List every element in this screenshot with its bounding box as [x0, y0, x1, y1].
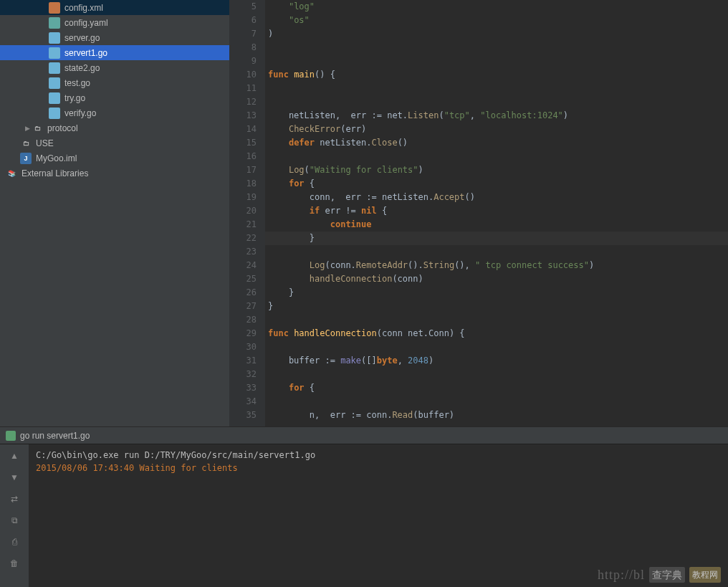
line-number: 21 [229, 218, 257, 232]
run-config-label[interactable]: go run servert1.go [20, 431, 90, 441]
code-line[interactable] [265, 54, 728, 68]
code-content[interactable]: "log" "os")func main() { netListen, err … [265, 0, 728, 426]
code-line[interactable] [265, 41, 728, 54]
watermark: http://bl 查字典 教程网 [598, 567, 721, 583]
line-number: 23 [229, 245, 257, 259]
line-gutter: 567−8910−1112131415161718192021222324252… [229, 0, 265, 426]
go-file-icon [49, 62, 60, 74]
line-number: 30 [229, 340, 257, 354]
tree-item-config-xml[interactable]: config.xml [0, 0, 229, 15]
line-number: 18 [229, 177, 257, 191]
line-number: 24 [229, 259, 257, 272]
tree-item-test-go[interactable]: test.go [0, 75, 229, 90]
code-line[interactable]: } [265, 232, 728, 245]
folder-file-icon: 🗀 [32, 123, 43, 134]
code-line[interactable]: "os" [265, 14, 728, 27]
line-number: 25 [229, 272, 257, 286]
line-number: 28 [229, 313, 257, 327]
code-line[interactable] [265, 245, 728, 259]
tree-item-config-yaml[interactable]: config.yaml [0, 15, 229, 30]
code-line[interactable]: conn, err := netListen.Accept() [265, 191, 728, 204]
code-line[interactable] [265, 395, 728, 409]
code-line[interactable]: handleConnection(conn) [265, 272, 728, 286]
iml-file-icon: J [20, 153, 32, 164]
arrow-up-icon[interactable]: ▲ [6, 447, 23, 464]
chevron-right-icon[interactable]: ▶ [23, 124, 32, 133]
line-number: 26 [229, 286, 257, 300]
tree-item-use[interactable]: 🗀USE [0, 135, 229, 151]
tree-item-label: state2.go [64, 63, 100, 73]
code-editor[interactable]: 567−8910−1112131415161718192021222324252… [229, 0, 728, 426]
go-file-icon [49, 47, 60, 59]
copy-icon[interactable]: ⧉ [6, 512, 23, 529]
line-number: 19 [229, 191, 257, 204]
tree-item-label: try.go [64, 93, 85, 103]
code-line[interactable] [265, 150, 728, 163]
tree-item-label: protocol [47, 123, 78, 133]
tree-item-external-libraries[interactable]: 📚External Libraries [0, 166, 229, 181]
line-number: 13 [229, 109, 257, 123]
tree-item-verify-go[interactable]: verify.go [0, 105, 229, 120]
tree-item-server-go[interactable]: server.go [0, 30, 229, 45]
line-number: 5 [229, 0, 257, 14]
code-line[interactable]: for { [265, 177, 728, 191]
code-line[interactable]: netListen, err := net.Listen("tcp", "loc… [265, 109, 728, 123]
go-file-icon [49, 32, 60, 44]
code-line[interactable]: Log("Waiting for clients") [265, 163, 728, 177]
code-line[interactable] [265, 95, 728, 109]
code-line[interactable] [265, 368, 728, 381]
code-line[interactable] [265, 82, 728, 95]
code-line[interactable]: ) [265, 27, 728, 41]
tree-item-mygoo-iml[interactable]: JMyGoo.iml [0, 151, 229, 166]
console-line: C:/Go\bin\go.exe run D:/TRY/MyGoo/src/ma… [36, 449, 721, 462]
go-file-icon [49, 77, 60, 89]
code-line[interactable]: defer netListen.Close() [265, 136, 728, 150]
print-icon[interactable]: ⎙ [6, 533, 23, 550]
run-tab-bar[interactable]: go run servert1.go [0, 426, 728, 444]
clear-icon[interactable]: 🗑 [6, 555, 23, 572]
tree-item-try-go[interactable]: try.go [0, 90, 229, 105]
tree-item-label: config.xml [64, 3, 103, 13]
tree-item-label: MyGoo.iml [36, 153, 77, 163]
tree-item-label: test.go [64, 78, 90, 88]
code-line[interactable]: "log" [265, 0, 728, 14]
console-toolbar: ▲ ▼ ⇄ ⧉ ⎙ 🗑 [0, 444, 29, 587]
arrow-down-icon[interactable]: ▼ [6, 469, 23, 486]
code-line[interactable]: } [265, 300, 728, 313]
line-number: 20 [229, 204, 257, 218]
code-line[interactable]: func main() { [265, 68, 728, 82]
tree-item-state2-go[interactable]: state2.go [0, 60, 229, 75]
code-line[interactable]: CheckError(err) [265, 123, 728, 136]
code-line[interactable]: func handleConnection(conn net.Conn) { [265, 327, 728, 340]
folder-file-icon: 🗀 [20, 138, 32, 149]
line-number: 17 [229, 163, 257, 177]
project-tree[interactable]: config.xmlconfig.yamlserver.goservert1.g… [0, 0, 229, 426]
code-line[interactable] [265, 313, 728, 327]
line-number: 10− [229, 68, 257, 82]
code-line[interactable]: Log(conn.RemoteAddr().String(), " tcp co… [265, 259, 728, 272]
code-line[interactable]: n, err := conn.Read(buffer) [265, 409, 728, 422]
code-line[interactable]: for { [265, 381, 728, 395]
code-line[interactable]: buffer := make([]byte, 2048) [265, 354, 728, 368]
run-icon [6, 431, 16, 441]
tree-item-label: servert1.go [64, 48, 107, 58]
code-line[interactable]: continue [265, 218, 728, 232]
tree-item-protocol[interactable]: ▶🗀protocol [0, 120, 229, 135]
line-number: 9 [229, 54, 257, 68]
line-number: 34 [229, 395, 257, 409]
line-number: 12 [229, 95, 257, 109]
code-line[interactable]: } [265, 286, 728, 300]
line-number: 8 [229, 41, 257, 54]
xml-file-icon [49, 2, 60, 14]
console-output[interactable]: C:/Go\bin\go.exe run D:/TRY/MyGoo/src/ma… [29, 444, 728, 587]
line-number: 6 [229, 14, 257, 27]
tree-item-servert1-go[interactable]: servert1.go [0, 45, 229, 60]
yaml-file-icon [49, 17, 60, 29]
line-number: 35 [229, 409, 257, 422]
line-number: 15 [229, 136, 257, 150]
line-number: 32 [229, 368, 257, 381]
line-number: 29− [229, 327, 257, 340]
code-line[interactable] [265, 340, 728, 354]
code-line[interactable]: if err != nil { [265, 204, 728, 218]
wrap-icon[interactable]: ⇄ [6, 490, 23, 507]
